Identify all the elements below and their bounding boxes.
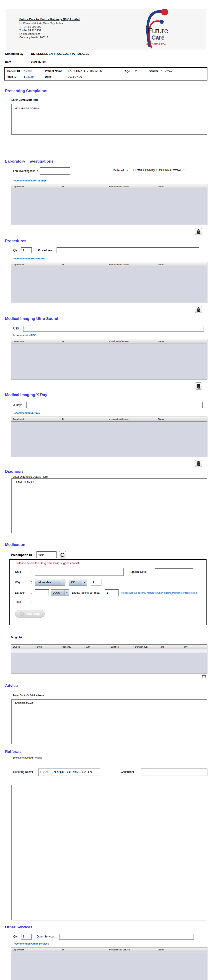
recommended-uss-link[interactable]: Recommended USS: [13, 334, 37, 337]
procedures-qty-label: Qty: [13, 249, 18, 252]
diagnosis-textarea[interactable]: PLANED FAMILY: [11, 479, 207, 533]
other-services-table: Department ID Investigation / Service St…: [11, 947, 207, 980]
company-address: Le Chainter,Victoria,Mahe,Seychelles: [19, 22, 80, 25]
column-header-investigation: Investigation/Service: [107, 417, 156, 422]
refferal-listbox[interactable]: [11, 785, 207, 920]
uss-table-body[interactable]: [11, 344, 207, 379]
diagnosis-hint: Enter Diagnosis Details Here: [13, 475, 48, 479]
procedures-field-row: Qty : Procedures :: [13, 247, 199, 253]
way-select[interactable]: Before Meal ▼: [35, 579, 66, 586]
drug-table-body[interactable]: [11, 653, 207, 673]
advice-textarea[interactable]: ROUTINE EXAM: [11, 699, 207, 744]
visit-id-group: Visit ID : 14140: [7, 75, 34, 78]
company-name: Future Care by Future Holdings (Pty) Lim…: [19, 18, 80, 21]
duration-type-selected-value: Day/s: [53, 591, 60, 594]
consultant-label-text: Consultant: [121, 770, 134, 773]
column-header-id: ID: [60, 417, 107, 422]
total-row: Total :: [10, 600, 206, 604]
section-title-procedures: Procedures: [5, 239, 26, 243]
refresh-prescription-button[interactable]: [59, 551, 66, 558]
delete-procedure-button[interactable]: [195, 306, 202, 313]
xray-table-body[interactable]: [11, 422, 207, 457]
lab-table-header: Department ID Investigation/Service Stat…: [11, 185, 207, 189]
drug-table-empty-row: [11, 649, 207, 653]
lab-table-body[interactable]: [11, 189, 207, 225]
drug-input[interactable]: [35, 568, 124, 576]
lab-investigation-label: Lab Investingation: [13, 169, 35, 173]
other-services-table-body[interactable]: [11, 952, 207, 980]
recommended-procedures-link[interactable]: Recommended Procedures: [13, 257, 45, 260]
column-header-department: Department: [11, 339, 60, 344]
procedures-table: Department ID Investigation/Service Stat…: [11, 262, 207, 303]
complaints-textarea[interactable]: GYNAE USS NORMAL: [11, 104, 207, 135]
colon: :: [53, 249, 55, 252]
consultant-input[interactable]: [141, 768, 207, 776]
delete-uss-button[interactable]: [195, 382, 202, 390]
colon: :: [23, 70, 26, 73]
special-notes-input[interactable]: [155, 568, 193, 575]
uss-label: USS: [13, 327, 19, 330]
lab-tests-table: Department ID Investigation/Service Stat…: [11, 184, 207, 225]
dropdown-arrow-icon: ▼: [61, 579, 65, 585]
delete-xray-button[interactable]: [195, 460, 202, 467]
trash-icon: [196, 307, 201, 312]
colon: :: [132, 70, 134, 73]
patient-name-group: Patient Name : KARISHMA DEVI DABYDIN: [45, 70, 102, 73]
drug-list-table: Drug ID Drug Fequency Way Duration Durat…: [11, 644, 207, 673]
duration-input[interactable]: [35, 589, 49, 596]
meal-count-input[interactable]: [91, 579, 101, 586]
drug-list-label: Drug List: [11, 636, 22, 639]
gender-value: Female: [164, 70, 173, 73]
xrays-input[interactable]: [26, 402, 202, 408]
recommended-xrays-link[interactable]: Recommended X-Rays: [13, 412, 40, 414]
column-header-duration: Duration: [109, 644, 134, 649]
frequency-select[interactable]: OD ▼: [69, 579, 87, 586]
xray-table-header: Department ID Investigation/Service Stat…: [11, 417, 207, 422]
column-header-status: Status: [156, 417, 207, 422]
delete-drug-button[interactable]: [201, 675, 207, 681]
per-meal-input[interactable]: [105, 589, 119, 596]
column-header-department: Department: [11, 185, 60, 189]
procedures-input[interactable]: [56, 247, 199, 253]
svg-text:Body Mind Soul: Body Mind Soul: [146, 42, 166, 45]
add-drug-button[interactable]: + Add Drug: [15, 610, 45, 618]
uss-input[interactable]: [23, 326, 204, 331]
duration-type-select[interactable]: Day/s ▼: [51, 589, 69, 596]
other-services-input[interactable]: [59, 934, 194, 940]
complaints-text: GYNAE USS NORMAL: [11, 104, 207, 113]
colon: :: [65, 70, 67, 73]
column-header-department: Department: [11, 262, 60, 267]
company-info: Future Care by Future Holdings (Pty) Lim…: [19, 18, 80, 39]
total-label: Total: [15, 600, 31, 603]
advice-text: ROUTINE EXAM: [11, 700, 207, 707]
reffering-doctor-input[interactable]: [38, 768, 100, 776]
reffered-by-label: Reffered By: [113, 169, 128, 172]
procedures-label: Procedures: [38, 249, 52, 252]
trash-icon: [196, 229, 201, 234]
recommended-other-services-link[interactable]: Recommended Other Services: [13, 942, 49, 945]
recommended-lab-testings-link[interactable]: Recommended Lab Testings: [13, 179, 47, 182]
prescription-id-input[interactable]: [37, 551, 56, 558]
date-label: Date: [5, 60, 27, 64]
delete-lab-test-button[interactable]: [195, 228, 202, 235]
per-meal-label: Drugs/Tablets per meal: [72, 591, 100, 594]
procedures-table-body[interactable]: [11, 267, 207, 303]
plus-circle-icon: +: [20, 612, 24, 616]
company-number: Company No.8417652-2: [19, 36, 80, 39]
consultant-label: Consultant: [121, 770, 134, 773]
procedures-qty-input[interactable]: [21, 247, 32, 253]
diagnosis-text: PLANED FAMILY: [11, 479, 207, 485]
lab-investigation-input[interactable]: [40, 167, 70, 175]
colon: :: [101, 591, 103, 595]
trash-icon: [196, 461, 201, 466]
other-services-field-row: Qty : Other Services :: [13, 934, 194, 940]
colon: :: [31, 600, 33, 604]
column-header-drug-id: Drug ID: [11, 644, 36, 649]
decimal-note: Please add as decimal numbers when addin…: [121, 592, 204, 594]
age-label: Age: [125, 70, 132, 73]
column-header-id: ID: [60, 185, 107, 189]
gender-label: Gender: [149, 70, 161, 73]
consult-date-value: 2024-07-09: [31, 60, 46, 64]
patient-id-label: Patient ID: [7, 70, 23, 73]
other-services-qty-input[interactable]: [21, 934, 32, 940]
